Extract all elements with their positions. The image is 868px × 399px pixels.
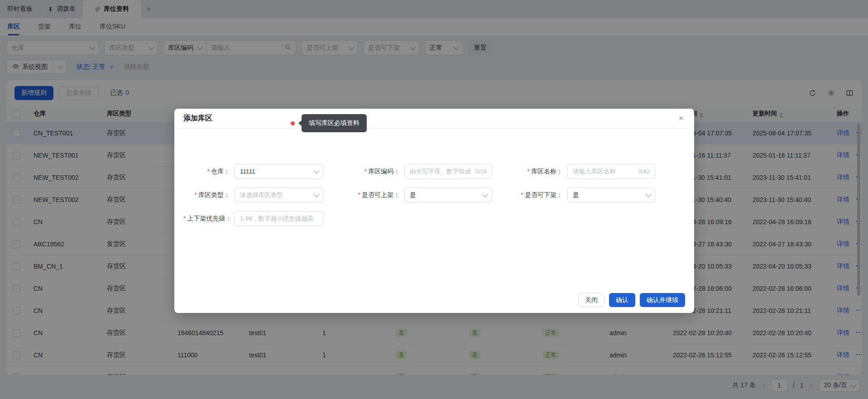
zone-name-input[interactable]: 请输入库区名称 0/42: [567, 164, 655, 179]
modal-footer: 关闭 确认 确认并继续: [578, 293, 685, 307]
field-zone-code: *库区编码： 由大写字母、数字组成 0/16: [355, 164, 492, 179]
chevron-down-icon: [314, 192, 320, 197]
modal-header: 添加库区 ×: [174, 109, 694, 129]
field-warehouse: *仓库： 11111: [183, 164, 323, 179]
chevron-down-icon: [483, 192, 489, 197]
confirm-continue-button[interactable]: 确认并继续: [640, 293, 685, 307]
field-zone-type: *库区类型： 请选择库区类型: [183, 187, 323, 202]
field-can-putaway: *是否可上架： 是: [355, 187, 492, 202]
confirm-button[interactable]: 确认: [609, 293, 635, 307]
modal-title: 添加库区: [183, 114, 212, 123]
close-icon[interactable]: ×: [675, 112, 687, 124]
can-putaway-field-select[interactable]: 是: [404, 187, 492, 202]
chevron-down-icon: [314, 168, 320, 174]
zone-code-input[interactable]: 由大写字母、数字组成 0/16: [404, 164, 492, 179]
field-zone-name: *库区名称： 请输入库区名称 0/42: [518, 164, 655, 179]
field-priority: *上下架优先级： 1-99，数字越小优先级越高: [183, 211, 323, 226]
field-can-remove: *是否可下架： 是: [518, 187, 655, 202]
modal-close-button[interactable]: 关闭: [578, 293, 604, 307]
char-counter: 0/42: [638, 168, 650, 175]
tooltip-dot-icon: [291, 121, 295, 125]
wms-screen: 即时看板 调拨单 库位资料 + 库区 货架 库位 库位SKU 仓库: [0, 0, 868, 399]
zone-type-field-select[interactable]: 请选择库区类型: [235, 187, 323, 202]
can-remove-field-select[interactable]: 是: [567, 187, 655, 202]
chevron-down-icon: [646, 192, 652, 197]
tooltip: 填写库区必填资料: [302, 114, 367, 132]
add-zone-modal: 添加库区 × 填写库区必填资料 *仓库： 11111 *库区编码： 由大写字母、…: [174, 109, 694, 313]
char-counter: 0/16: [475, 168, 487, 175]
priority-input[interactable]: 1-99，数字越小优先级越高: [235, 211, 323, 226]
warehouse-field-select[interactable]: 11111: [235, 164, 323, 179]
